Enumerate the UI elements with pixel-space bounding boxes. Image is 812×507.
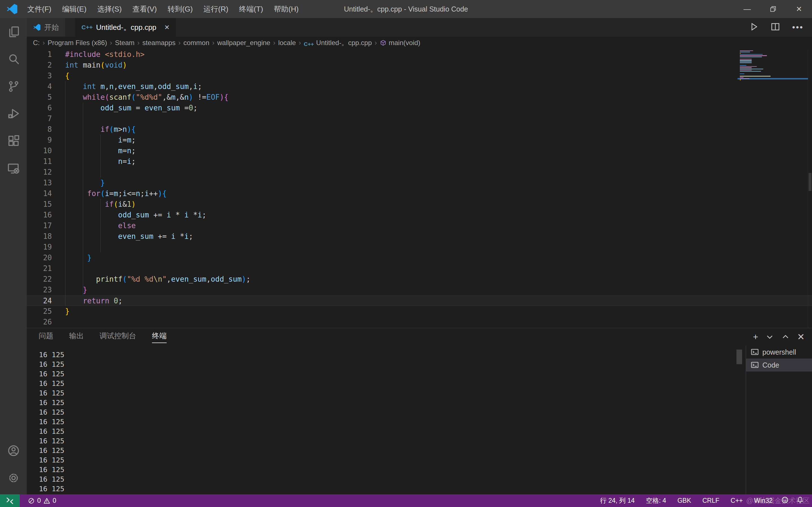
split-editor-button[interactable] [770, 22, 780, 33]
panel-tab-1[interactable]: 输出 [69, 331, 84, 343]
editor-scrollbar[interactable] [809, 173, 811, 191]
line-number: 11 [27, 156, 52, 167]
line-number: 10 [27, 145, 52, 156]
status-item-2[interactable]: GBK [677, 497, 691, 504]
menu-item-6[interactable]: 终端(T) [234, 0, 268, 18]
breadcrumb-item-5[interactable]: wallpaper_engine [217, 39, 270, 47]
code-line[interactable]: 6 odd_sum = even_sum =0; [27, 103, 812, 113]
breadcrumb-separator: › [110, 39, 112, 47]
status-item-3[interactable]: CRLF [702, 497, 719, 504]
sidebar-item-remote-explorer[interactable] [0, 155, 27, 182]
code-line[interactable]: 26 [27, 317, 812, 327]
more-actions-button[interactable]: ••• [792, 22, 804, 32]
code-line[interactable]: 25} [27, 306, 812, 317]
line-number: 4 [27, 81, 52, 92]
code-line[interactable]: 22 printf("%d %d\n",even_sum,odd_sum); [27, 274, 812, 284]
notifications-button[interactable] [796, 496, 804, 506]
code-line[interactable]: 8 if(m>n){ [27, 124, 812, 135]
status-item-4[interactable]: C++ [730, 497, 743, 504]
code-line[interactable]: 1#include <stdio.h> [27, 49, 812, 60]
code-line[interactable]: 7 [27, 113, 812, 124]
minimap-line [740, 60, 752, 61]
breadcrumb-item-3[interactable]: steamapps [142, 39, 175, 47]
menu-item-4[interactable]: 转到(G) [162, 0, 198, 18]
panel-tab-0[interactable]: 问题 [39, 331, 53, 343]
menu-item-1[interactable]: 编辑(E) [57, 0, 92, 18]
close-panel-button[interactable]: ✕ [797, 332, 805, 342]
code-line[interactable]: 19 [27, 242, 812, 252]
close-tab-icon[interactable]: ✕ [164, 24, 170, 31]
code-line[interactable]: 3{ [27, 70, 812, 81]
code-line[interactable]: 24 return 0; [27, 295, 812, 306]
breadcrumb-item-4[interactable]: common [184, 39, 209, 47]
new-terminal-button[interactable]: + [753, 332, 758, 342]
menu-item-0[interactable]: 文件(F) [22, 0, 57, 18]
sidebar-item-extensions[interactable] [0, 127, 27, 155]
breadcrumb-symbol[interactable]: main(void) [380, 39, 420, 47]
line-number: 14 [27, 188, 52, 199]
code-line[interactable]: 4 int m,n,even_sum,odd_sum,i; [27, 81, 812, 92]
code-line[interactable]: 5 while(scanf("%d%d",&m,&n) !=EOF){ [27, 92, 812, 103]
terminal-output-line: 16 125 [39, 350, 730, 360]
run-button[interactable] [749, 22, 759, 33]
breadcrumb-file[interactable]: C++Untitled-。cpp.cpp [304, 38, 371, 47]
sidebar-item-run-debug[interactable] [0, 100, 27, 127]
feedback-button[interactable] [781, 496, 789, 506]
line-number: 25 [27, 306, 52, 317]
terminal-list-item-0[interactable]: powershell [746, 346, 812, 358]
terminal-list-item-1[interactable]: Code [746, 358, 812, 372]
code-line[interactable]: 2int main(void) [27, 60, 812, 70]
terminal-dropdown-button[interactable] [765, 333, 774, 341]
status-item-5[interactable]: Win32 [754, 497, 772, 504]
menu-item-7[interactable]: 帮助(H) [268, 0, 304, 18]
sidebar-item-search[interactable] [0, 45, 27, 73]
menu-item-3[interactable]: 查看(V) [127, 0, 162, 18]
chevron-down-icon [765, 333, 774, 341]
breadcrumb-item-6[interactable]: locale [278, 39, 296, 47]
panel-tab-2[interactable]: 调试控制台 [100, 331, 136, 343]
status-item-0[interactable]: 行 24, 列 14 [600, 496, 635, 505]
terminal-scrollbar[interactable] [737, 349, 742, 364]
terminal-output-line: 16 125 [39, 379, 730, 388]
terminal-output[interactable]: 16 12516 12516 12516 12516 12516 12516 1… [27, 346, 730, 494]
code-line[interactable]: 23 } [27, 284, 812, 295]
maximize-panel-button[interactable] [781, 333, 790, 341]
minimap-line [740, 78, 749, 79]
code-line[interactable]: 20 } [27, 252, 812, 263]
minimize-button[interactable]: — [734, 0, 760, 18]
status-item-1[interactable]: 空格: 4 [646, 496, 666, 505]
editor-tab-0[interactable]: 开始 [27, 18, 65, 37]
editor-tab-label: Untitled-。cpp.cpp [96, 22, 156, 33]
breadcrumb-item-0[interactable]: C: [33, 39, 40, 47]
sidebar-item-source-control[interactable] [0, 73, 27, 100]
code-line[interactable]: 10 m=n; [27, 145, 812, 156]
account-button[interactable] [0, 437, 27, 464]
run-icon [749, 22, 759, 32]
code-line[interactable]: 21 [27, 263, 812, 274]
restore-button[interactable] [760, 0, 786, 18]
terminal-list-label: Code [762, 361, 779, 369]
breadcrumb-item-2[interactable]: Steam [115, 39, 135, 47]
code-line[interactable]: 16 odd_sum += i * i *i; [27, 210, 812, 220]
remote-indicator[interactable] [0, 494, 20, 507]
close-window-button[interactable]: ✕ [786, 0, 812, 18]
code-line[interactable]: 15 if(i&1) [27, 199, 812, 210]
code-line[interactable]: 17 else [27, 220, 812, 231]
code-line[interactable]: 12 [27, 167, 812, 177]
code-line[interactable]: 9 i=m; [27, 135, 812, 145]
code-line[interactable]: 13 } [27, 177, 812, 188]
minimap[interactable] [738, 50, 808, 92]
menu-item-2[interactable]: 选择(S) [92, 0, 127, 18]
vscode-logo-icon [6, 3, 18, 15]
settings-button[interactable] [0, 464, 27, 492]
menu-item-5[interactable]: 运行(R) [198, 0, 234, 18]
code-line[interactable]: 14 for(i=m;i<=n;i++){ [27, 188, 812, 199]
code-line[interactable]: 11 n=i; [27, 156, 812, 167]
problems-status[interactable]: 0 0 [28, 497, 56, 504]
breadcrumb-item-1[interactable]: Program Files (x86) [48, 39, 107, 47]
panel-tab-3[interactable]: 终端 [152, 331, 167, 343]
editor-tab-1[interactable]: C++Untitled-。cpp.cpp✕ [75, 18, 176, 37]
code-editor[interactable]: 1#include <stdio.h>2int main(void)3{4 in… [27, 49, 812, 328]
sidebar-item-explorer[interactable] [0, 18, 27, 45]
code-line[interactable]: 18 even_sum += i *i; [27, 231, 812, 242]
